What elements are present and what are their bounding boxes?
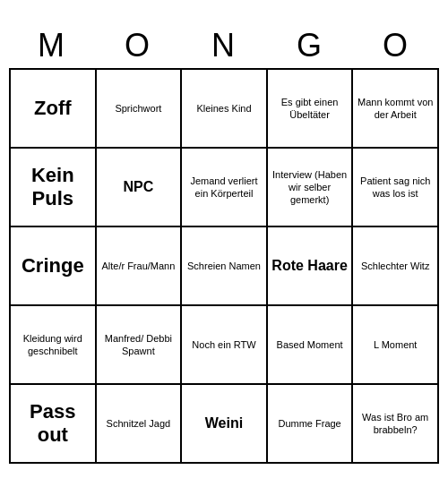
header-row: MONGO [9,23,439,68]
bingo-cell-15[interactable]: Kleidung wird geschnibelt [11,306,97,385]
bingo-cell-9[interactable]: Patient sag nich was los ist [353,149,439,227]
header-letter-N: N [181,23,267,68]
bingo-cell-16[interactable]: Manfred/ Debbi Spawnt [97,306,183,385]
cell-text-19: L Moment [374,338,418,351]
cell-text-11: Alte/r Frau/Mann [101,260,175,272]
cell-text-20: Pass out [13,400,92,448]
bingo-cell-24[interactable]: Was ist Bro am brabbeln? [353,385,439,464]
header-letter-G: G [267,23,353,68]
header-letter-O: O [353,23,439,68]
cell-text-24: Was ist Bro am brabbeln? [356,411,435,437]
header-letter-O: O [95,23,181,68]
cell-text-22: Weini [205,414,243,431]
bingo-cell-12[interactable]: Schreien Namen [182,227,268,306]
bingo-cell-21[interactable]: Schnitzel Jagd [97,385,183,464]
cell-text-13: Rote Haare [271,257,347,274]
cell-text-7: Jemand verliert ein Körperteil [185,175,263,201]
cell-text-12: Schreien Namen [187,260,261,272]
bingo-cell-17[interactable]: Noch ein RTW [182,306,268,385]
cell-text-4: Mann kommt von der Arbeit [356,96,435,122]
cell-text-17: Noch ein RTW [192,338,255,351]
cell-text-16: Manfred/ Debbi Spawnt [99,332,178,358]
cell-text-8: Interview (Haben wir selber gemerkt) [271,168,349,207]
cell-text-23: Dumme Frage [278,417,340,430]
bingo-cell-7[interactable]: Jemand verliert ein Körperteil [182,149,268,227]
bingo-card: MONGO ZoffSprichwortKleines KindEs gibt … [9,23,439,464]
bingo-cell-4[interactable]: Mann kommt von der Arbeit [353,70,439,149]
cell-text-15: Kleidung wird geschnibelt [13,332,92,358]
bingo-cell-8[interactable]: Interview (Haben wir selber gemerkt) [268,149,354,227]
bingo-cell-0[interactable]: Zoff [11,70,97,149]
bingo-cell-2[interactable]: Kleines Kind [182,70,268,149]
bingo-cell-14[interactable]: Schlechter Witz [353,227,439,306]
cell-text-6: NPC [124,178,154,195]
cell-text-14: Schlechter Witz [361,260,429,272]
cell-text-5: Kein Puls [13,164,92,211]
cell-text-1: Sprichwort [115,102,161,115]
bingo-cell-5[interactable]: Kein Puls [11,149,97,227]
bingo-cell-13[interactable]: Rote Haare [268,227,354,306]
cell-text-9: Patient sag nich was los ist [356,175,435,201]
bingo-cell-18[interactable]: Based Moment [268,306,354,385]
cell-text-10: Cringe [22,254,84,278]
header-letter-M: M [9,23,95,68]
bingo-cell-6[interactable]: NPC [97,149,183,227]
bingo-cell-19[interactable]: L Moment [353,306,439,385]
bingo-cell-20[interactable]: Pass out [11,385,97,464]
bingo-cell-1[interactable]: Sprichwort [97,70,183,149]
bingo-cell-22[interactable]: Weini [182,385,268,464]
bingo-cell-11[interactable]: Alte/r Frau/Mann [97,227,183,306]
bingo-cell-23[interactable]: Dumme Frage [268,385,354,464]
cell-text-0: Zoff [34,97,72,120]
cell-text-3: Es gibt einen Übeltäter [271,96,349,122]
bingo-grid: ZoffSprichwortKleines KindEs gibt einen … [9,68,439,464]
cell-text-18: Based Moment [277,338,343,351]
bingo-cell-10[interactable]: Cringe [11,227,97,306]
bingo-cell-3[interactable]: Es gibt einen Übeltäter [268,70,354,149]
cell-text-21: Schnitzel Jagd [107,417,171,430]
cell-text-2: Kleines Kind [196,102,251,115]
